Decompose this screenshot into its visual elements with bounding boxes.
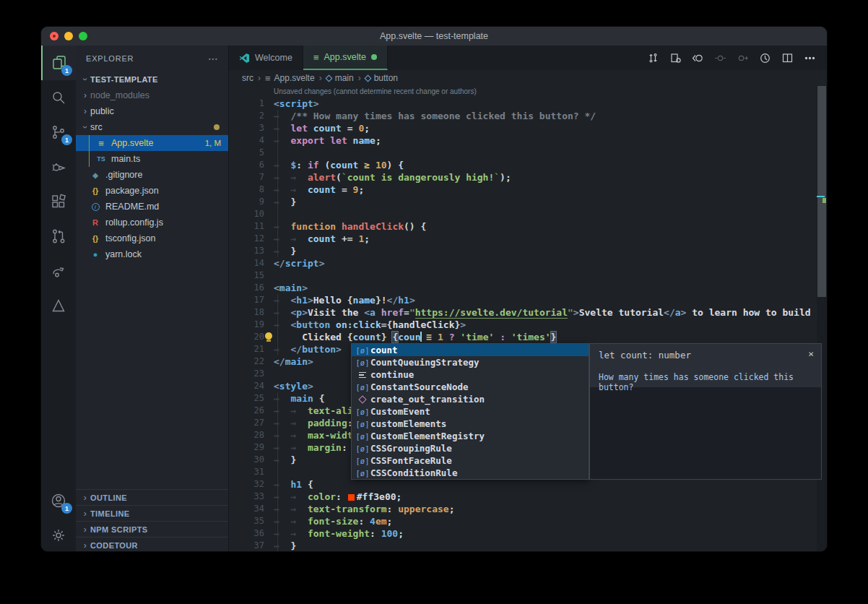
scrollbar-thumb[interactable]: [817, 86, 826, 297]
code-line[interactable]: 37→ }: [229, 540, 817, 552]
code-line[interactable]: 11→ function handleClick() {: [229, 220, 817, 233]
activity-bar-item-source-control[interactable]: 1: [41, 115, 76, 150]
activity-bar-item-azure[interactable]: [41, 288, 76, 323]
code-line[interactable]: 10: [229, 208, 817, 220]
suggestion-item[interactable]: [ø]CustomEvent: [352, 405, 589, 418]
code-line[interactable]: 9→ }: [229, 196, 817, 208]
sidebar-section-codetour[interactable]: ›CODETOUR: [76, 537, 228, 552]
file-item-app-svelte[interactable]: ≡App.svelte1, M: [76, 135, 228, 151]
code-line[interactable]: 19→ <button on:click={handleClick}>: [229, 319, 817, 331]
file-item-src[interactable]: ›src: [76, 119, 228, 135]
line-number: 4: [229, 134, 264, 147]
suggestion-item[interactable]: [ø]ConstantSourceNode: [352, 381, 589, 393]
breadcrumb-label: src: [242, 73, 253, 83]
toolbar-timeline-icon[interactable]: [756, 50, 773, 66]
suggestion-item[interactable]: [ø]CSSConditionRule: [352, 467, 589, 479]
toolbar-more-actions-icon[interactable]: [801, 50, 818, 66]
code-line[interactable]: 12→ → count += 1;: [229, 233, 817, 245]
breadcrumb-item-app-svelte[interactable]: ≡App.svelte: [265, 73, 315, 84]
toolbar-next-change-icon[interactable]: [734, 50, 751, 66]
code-line[interactable]: 13→ }: [229, 245, 817, 257]
suggestion-item[interactable]: [ø]CSSFontFaceRule: [352, 454, 589, 467]
code-line[interactable]: 5: [229, 147, 817, 159]
code-line[interactable]: 8→ → count = 9;: [229, 184, 817, 196]
project-root-row[interactable]: › TEST-TEMPLATE: [76, 72, 228, 87]
suggestion-item[interactable]: [ø]CustomElementRegistry: [352, 430, 589, 442]
sidebar-section-npm-scripts[interactable]: ›NPM SCRIPTS: [76, 521, 228, 537]
file-item-tsconfig-json[interactable]: {}tsconfig.json: [76, 230, 228, 246]
tab-label: Welcome: [255, 53, 292, 63]
project-root-label: TEST-TEMPLATE: [90, 75, 158, 84]
code-line[interactable]: 16<main>: [229, 282, 817, 294]
toolbar-open-changes-icon[interactable]: [667, 50, 684, 66]
toolbar-previous-change-icon[interactable]: [711, 50, 729, 66]
code-line[interactable]: 17→ <h1>Hello {name}!</h1>: [229, 294, 817, 306]
code-line[interactable]: 15: [229, 269, 817, 282]
codelens-annotation[interactable]: Unsaved changes (cannot determine recent…: [274, 87, 477, 95]
file-item-readme-md[interactable]: iREADME.md: [76, 199, 228, 215]
sidebar-section-timeline[interactable]: ›TIMELINE: [76, 505, 228, 521]
code-line[interactable]: 7→ → alert(`count is dangerously high!`)…: [229, 171, 817, 184]
docs-panel-body: [590, 387, 821, 479]
file-item-rollup-config-js[interactable]: Rrollup.config.js: [76, 215, 228, 230]
toolbar-split-editor-icon[interactable]: [778, 50, 796, 66]
suggestion-item[interactable]: [ø]customElements: [352, 418, 589, 430]
suggestion-item[interactable]: continue: [352, 368, 589, 381]
symbol-cube-icon: [325, 74, 332, 82]
file-item-node-modules[interactable]: ›node_modules: [76, 87, 228, 103]
tab-app-svelte[interactable]: ≡App.svelte: [303, 46, 388, 70]
file-item--gitignore[interactable]: ◆.gitignore: [76, 167, 228, 183]
close-icon[interactable]: ×: [808, 348, 814, 359]
activity-bar-item-extensions[interactable]: [41, 184, 76, 219]
suggestion-item[interactable]: [ø]CountQueuingStrategy: [352, 356, 589, 368]
debug-icon: [50, 158, 67, 176]
file-item-package-json[interactable]: {}package.json: [76, 183, 228, 199]
activity-bar-item-accounts[interactable]: 1: [41, 483, 76, 518]
breadcrumb-separator: ›: [358, 73, 361, 83]
toolbar-git-compare-icon[interactable]: [644, 50, 661, 66]
breadcrumb-item-main[interactable]: main: [326, 73, 354, 83]
activity-bar-item-run-debug[interactable]: [41, 150, 76, 184]
bracket-icon: [ø]: [355, 346, 370, 355]
code-line[interactable]: 3→ let count = 0;: [229, 122, 817, 134]
file-item-public[interactable]: ›public: [76, 103, 228, 119]
code-editor[interactable]: Unsaved changes (cannot determine recent…: [229, 86, 827, 552]
overview-ruler-mark: [817, 196, 825, 197]
activity-bar-item-explorer[interactable]: 1: [41, 46, 76, 80]
code-line[interactable]: 18→ <p>Visit the <a href="https://svelte…: [229, 306, 817, 319]
breadcrumb-item-src[interactable]: src: [242, 73, 253, 83]
suggestion-item[interactable]: [ø]count: [352, 344, 589, 356]
breadcrumb-item-button[interactable]: button: [365, 73, 398, 83]
editor-scrollbar[interactable]: [817, 86, 827, 552]
lightbulb-icon[interactable]: [265, 332, 272, 342]
file-item-main-ts[interactable]: TSmain.ts: [76, 151, 228, 167]
activity-bar-item-settings[interactable]: [41, 518, 76, 552]
code-line[interactable]: 4→ export let name;: [229, 134, 817, 147]
overview-ruler-mark: [823, 198, 826, 203]
code-line[interactable]: 33→ → color: #ff3e00;: [229, 491, 817, 503]
suggestion-label: CSSGroupingRule: [370, 443, 452, 454]
explorer-more-actions-icon[interactable]: ⋯: [208, 53, 218, 64]
code-line[interactable]: 1<script>: [229, 98, 817, 110]
code-line[interactable]: 35→ → font-size: 4em;: [229, 515, 817, 527]
title-bar: App.svelte — test-template: [41, 27, 827, 46]
activity-bar-item-github-pull-requests[interactable]: [41, 219, 76, 254]
code-line[interactable]: 14</script>: [229, 257, 817, 269]
file-item-yarn-lock[interactable]: ●yarn.lock: [76, 246, 228, 262]
code-line[interactable]: 34→ → text-transform: uppercase;: [229, 503, 817, 515]
code-line[interactable]: 6→ $: if (count ≥ 10) {: [229, 159, 817, 171]
activity-bar-item-search[interactable]: [41, 80, 76, 115]
toolbar-navigate-back-icon[interactable]: [689, 50, 706, 66]
code-line[interactable]: 32→ h1 {: [229, 478, 817, 491]
code-line[interactable]: 36→ → font-weight: 100;: [229, 527, 817, 540]
code-line[interactable]: 2→ /** How many times has someone clicke…: [229, 110, 817, 122]
code-line[interactable]: 20 Clicked {count} {coun ≡ 1 ? 'time' : …: [229, 331, 817, 343]
activity-bar-item-live-share[interactable]: [41, 254, 76, 288]
tab-welcome[interactable]: Welcome: [229, 46, 303, 70]
suggestion-label: create_out_transition: [370, 394, 485, 405]
suggestion-item[interactable]: create_out_transition: [352, 393, 589, 405]
sidebar-section-outline[interactable]: ›OUTLINE: [76, 489, 228, 505]
chevron-right-icon: ›: [80, 90, 90, 100]
bracket-icon: [ø]: [355, 407, 370, 416]
suggestion-item[interactable]: [ø]CSSGroupingRule: [352, 442, 589, 454]
